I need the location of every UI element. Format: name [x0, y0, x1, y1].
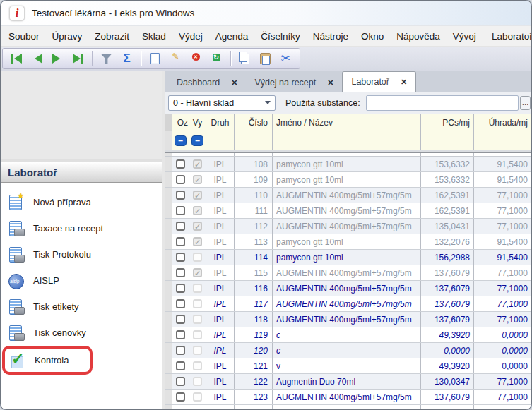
row-indicator [165, 172, 172, 187]
oz-checkbox[interactable] [176, 315, 185, 324]
table-row[interactable]: IPL122Augmentin Duo 70ml130,034777,1000 [165, 374, 531, 390]
sidebar-item-kontrola[interactable]: Kontrola [5, 349, 90, 372]
oz-checkbox[interactable] [176, 377, 185, 386]
table-row[interactable]: IPL121v49,39200,0000 [165, 358, 531, 374]
table-row[interactable]: IPL114pamycon gtt 10ml156,298891,5400 [165, 250, 531, 265]
paste-button[interactable] [256, 49, 275, 68]
oz-checkbox[interactable] [176, 299, 185, 308]
oz-checkbox[interactable] [176, 191, 185, 200]
sidebar-item-aislp[interactable]: AISLP [1, 267, 162, 294]
nav-next-button[interactable] [48, 49, 67, 68]
oz-cell [172, 157, 189, 171]
table-row[interactable]: IPL116AUGMENTIN 400mg/5ml+57mg/5m137,607… [165, 281, 531, 296]
oz-checkbox[interactable] [176, 159, 185, 169]
sidebar-item-taxace-na-recept[interactable]: Taxace na recept [1, 215, 162, 241]
table-row[interactable]: IPL115AUGMENTIN 400mg/5ml+57mg/5m137,607… [165, 265, 531, 281]
oz-checkbox[interactable] [176, 237, 185, 246]
menu-item-vydej[interactable]: Výdej [172, 26, 209, 47]
table-row[interactable]: IPL120c0,00000,0000 [165, 343, 531, 358]
menu-item-soubor[interactable]: Soubor [2, 26, 46, 47]
warehouse-select[interactable]: 0 - Hlavní sklad [168, 95, 276, 111]
menu-item-napoveda[interactable]: Nápověda [390, 26, 447, 47]
sum-button[interactable] [117, 49, 136, 68]
vy-cell [189, 374, 206, 389]
menu-item-agenda[interactable]: Agenda [209, 26, 255, 47]
oz-checkbox[interactable] [176, 268, 185, 277]
table-row[interactable]: IPL113pamycon gtt 10ml132,207691,5400 [165, 234, 531, 250]
menu-item-nastroje[interactable]: Nástroje [307, 26, 355, 47]
close-icon[interactable] [401, 78, 407, 87]
oz-checkbox[interactable] [176, 330, 185, 339]
table-row[interactable]: IPL111AUGMENTIN 400mg/5ml+57mg/5m162,539… [165, 203, 531, 219]
browse-button[interactable]: … [520, 96, 531, 110]
nazev-cell: pamycon gtt 10ml [273, 172, 421, 187]
page-button[interactable] [146, 49, 165, 68]
nav-prev-button[interactable] [28, 49, 47, 68]
close-icon[interactable] [327, 78, 333, 88]
menu-item-sklad[interactable]: Sklad [136, 26, 172, 47]
filter-button[interactable] [97, 49, 116, 68]
tab-laborator[interactable]: Laboratoř [342, 71, 416, 92]
cut-button[interactable] [276, 49, 295, 68]
nazev-header[interactable]: Jméno / Název [273, 114, 421, 131]
table-row[interactable]: IPL117AUGMENTIN 400mg/5ml+57mg/5m137,607… [165, 296, 531, 312]
sidebar-item-tisk-etikety[interactable]: Tisk etikety [1, 294, 162, 320]
pcs-filter-cell[interactable] [421, 131, 474, 150]
cislo-cell: 123 [235, 390, 273, 404]
nav-last-button[interactable] [69, 49, 88, 68]
oz-checkbox[interactable] [176, 206, 185, 215]
pcs-header[interactable]: PCs/mj [421, 114, 474, 131]
uhrada-cell: 77,1000 [474, 390, 531, 404]
table-row[interactable]: IPL110AUGMENTIN 400mg/5ml+57mg/5m162,539… [165, 188, 531, 203]
vy-filter-minus-button[interactable] [191, 135, 203, 146]
close-icon[interactable] [231, 78, 237, 88]
oz-checkbox[interactable] [176, 346, 185, 355]
doc-edit-button[interactable] [166, 49, 185, 68]
vy-cell [189, 281, 206, 296]
copy-button[interactable] [235, 49, 254, 68]
sidebar-header: Laboratoř [1, 162, 162, 183]
vy-header[interactable]: Vy [189, 114, 206, 131]
sidebar-item-nova-priprava[interactable]: Nová příprava [1, 189, 162, 215]
doc-delete-button[interactable] [187, 49, 206, 68]
sidebar-item-tisk-cenovky[interactable]: Tisk cenovky [1, 320, 162, 346]
table-row[interactable]: IPL123AUGMENTIN 400mg/5ml+57mg/5m137,607… [165, 390, 531, 405]
tab-dashboard[interactable]: Dashboard [168, 73, 246, 92]
doc-refresh-button[interactable] [207, 49, 226, 68]
table-row[interactable]: IPL118AUGMENTIN 400mg/5ml+57mg/5m137,607… [165, 312, 531, 327]
oz-checkbox[interactable] [176, 222, 185, 231]
table-row[interactable]: IPL112AUGMENTIN 400mg/5ml+57mg/5m135,043… [165, 219, 531, 234]
cislo-header[interactable]: Číslo [235, 114, 273, 131]
menu-item-vyvoj[interactable]: Vývoj [447, 26, 483, 47]
check-icon [9, 352, 26, 369]
table-row[interactable]: IPL108pamycon gtt 10ml153,633291,5400 [165, 157, 531, 172]
oz-header[interactable]: Oz [172, 114, 189, 131]
druh-header[interactable]: Druh [206, 114, 235, 131]
oz-checkbox[interactable] [176, 175, 185, 184]
uhrada-header[interactable]: Úhrada/mj [474, 114, 531, 131]
table-row[interactable]: IPL109pamycon gtt 10ml153,633291,5400 [165, 172, 531, 188]
nav-first-button[interactable] [7, 49, 26, 68]
menu-item-okno[interactable]: Okno [355, 26, 390, 47]
menu-item-zobrazit[interactable]: Zobrazit [88, 26, 136, 47]
cislo-filter-cell[interactable] [235, 131, 273, 150]
oz-checkbox[interactable] [176, 284, 185, 293]
substance-input[interactable] [366, 95, 519, 111]
indicator-filter-cell [165, 131, 172, 150]
menu-item-laborator[interactable]: Laboratoř [485, 26, 532, 47]
oz-checkbox[interactable] [176, 253, 185, 262]
oz-checkbox[interactable] [176, 361, 185, 370]
nazev-filter-cell[interactable] [273, 131, 421, 150]
tab-vydej-na-recept[interactable]: Výdej na recept [246, 73, 342, 92]
oz-filter-minus-button[interactable] [175, 135, 187, 146]
nazev-cell: AUGMENTIN 400mg/5ml+57mg/5m [273, 296, 421, 311]
sidebar-item-tisk-protokolu[interactable]: Tisk Protokolu [1, 241, 162, 267]
druh-filter-cell[interactable] [206, 131, 235, 150]
table-row[interactable]: IPL119c49,39200,0000 [165, 327, 531, 343]
toolbar [1, 47, 531, 71]
row-indicator [165, 327, 172, 342]
menu-item-upravy[interactable]: Úpravy [46, 26, 89, 47]
menu-item-ciselniky[interactable]: Číselníky [254, 26, 307, 47]
uhrada-filter-cell[interactable] [474, 131, 531, 150]
oz-checkbox[interactable] [176, 392, 185, 402]
